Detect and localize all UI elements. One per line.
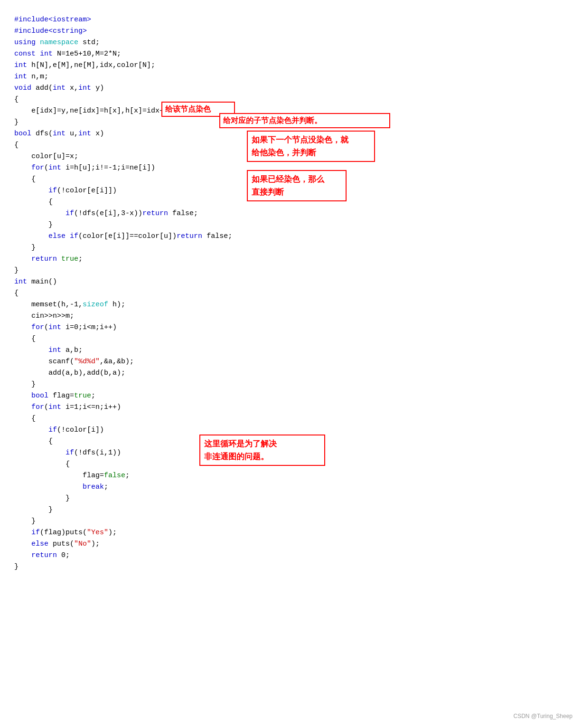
code-line-41: flag=false; — [14, 470, 568, 482]
code-line-43: } — [14, 493, 568, 504]
code-line-26: memset(h,-1,sizeof h); — [14, 299, 568, 311]
code-line-8: { — [14, 94, 568, 105]
code-line-2: #include<cstring> — [14, 26, 568, 37]
code-line-28: for(int i=0;i<m;i++) — [14, 322, 568, 333]
code-line-44: } — [14, 504, 568, 516]
code-line-49: } — [14, 561, 568, 573]
code-line-32: add(a,b),add(b,a); — [14, 368, 568, 379]
code-line-27: cin>>n>>m; — [14, 311, 568, 322]
code-line-42: break; — [14, 482, 568, 493]
code-line-4: const int N=1e5+10,M=2*N; — [14, 48, 568, 60]
code-line-46: if(flag)puts("Yes"); — [14, 527, 568, 539]
code-line-1: #include<iostream> — [14, 14, 568, 26]
code-line-34: bool flag=true; — [14, 390, 568, 402]
code-line-7: void add(int x,int y) — [14, 83, 568, 94]
code-block: #include<iostream> #include<cstring> usi… — [14, 9, 568, 577]
annotation-disconnected-graph: 这里循环是为了解决非连通图的问题。 — [199, 435, 325, 466]
code-line-31: scanf("%d%d",&a,&b); — [14, 356, 568, 368]
code-line-24: int main() — [14, 276, 568, 288]
code-line-48: return 0; — [14, 550, 568, 561]
code-line-22: return true; — [14, 254, 568, 265]
code-line-19: } — [14, 219, 568, 231]
code-line-5: int h[N],e[M],ne[M],idx,color[N]; — [14, 60, 568, 71]
annotation-not-colored: 如果下一个节点没染色，就给他染色，并判断 — [247, 131, 375, 162]
code-line-25: { — [14, 288, 568, 299]
code-line-35: for(int i=1;i<=n;i++) — [14, 402, 568, 413]
code-line-3: using namespace std; — [14, 37, 568, 48]
annotation-child-nodes: 给对应的子节点染色并判断。 — [219, 113, 390, 128]
code-line-6: int n,m; — [14, 71, 568, 83]
code-line-45: } — [14, 516, 568, 527]
code-line-23: } — [14, 265, 568, 276]
footer-attribution: CSDN @Turing_Sheep — [514, 712, 573, 721]
code-line-36: { — [14, 413, 568, 425]
code-line-20: else if(color[e[i]]==color[u])return fal… — [14, 231, 568, 242]
code-line-33: } — [14, 379, 568, 390]
code-line-21: } — [14, 242, 568, 254]
annotation-already-colored: 如果已经染色，那么直接判断 — [247, 170, 347, 201]
code-line-47: else puts("No"); — [14, 539, 568, 550]
code-line-30: int a,b; — [14, 345, 568, 356]
code-line-29: { — [14, 333, 568, 345]
code-line-18: if(!dfs(e[i],3-x))return false; — [14, 208, 568, 219]
